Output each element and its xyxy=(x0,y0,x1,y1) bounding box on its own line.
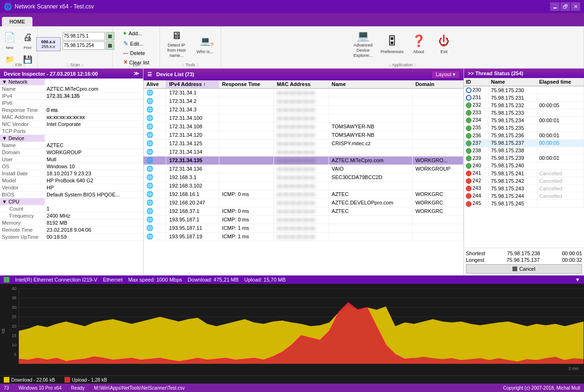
thread-table-row[interactable]: 23475.98.175.23400:00:01 xyxy=(464,117,584,124)
device-table[interactable]: Alive IPv4 Address ↑ Response Time MAC A… xyxy=(144,80,464,275)
col-mac[interactable]: MAC Address xyxy=(274,80,329,88)
thread-table-row[interactable]: 23275.98.175.23200:00:05 xyxy=(464,102,584,109)
col-ipv4[interactable]: IPv4 Address ↑ xyxy=(166,80,219,88)
ip-end-input[interactable] xyxy=(63,41,105,50)
device-table-row[interactable]: 🌐172.31.34.100xx:xx:xx:xx:xx:xx xyxy=(144,114,464,122)
thread-table-row[interactable]: 23375.98.175.233 xyxy=(464,109,584,117)
longest-label: Longest xyxy=(466,257,484,263)
device-table-row[interactable]: 🌐172.31.34.3xx:xx:xx:xx:xx:xx xyxy=(144,105,464,114)
device-table-row[interactable]: 🌐192.168.20.247xx:xx:xx:xx:xx:xxAZTEC.DE… xyxy=(144,198,464,207)
device-table-row[interactable]: 🌐172.31.34.125xx:xx:xx:xx:xx:xxCRISPY.mi… xyxy=(144,139,464,148)
add-button[interactable]: + Add... xyxy=(120,28,153,38)
restore-button[interactable]: 🗗 xyxy=(560,2,570,11)
device-table-row[interactable]: 🌐193.95.187.19ICMP: 1 msxx:xx:xx:xx:xx:x… xyxy=(144,232,464,241)
inspector-row-remote-time: Remote Time23.02.2018 9:04:06 xyxy=(0,227,143,234)
status-ready: Ready xyxy=(71,385,85,391)
thread-table-row[interactable]: 24575.98.175.245 xyxy=(464,200,584,207)
download-legend-label: Download - 22,06 kB xyxy=(11,377,55,383)
device-table-row[interactable]: 🌐172.31.34.136xx:xx:xx:xx:xx:xxVAIOWORKG… xyxy=(144,165,464,173)
bottom-area: Intel(R) Ethernet Connection I219-V Ethe… xyxy=(0,275,584,384)
ribbon-section-application: 💻 Advanced Device Explorer... 🎛 Preferen… xyxy=(221,26,584,68)
thread-table-row[interactable]: 24175.98.175.241Cancelled xyxy=(464,170,584,177)
col-response[interactable]: Response Time xyxy=(219,80,273,88)
preferences-button[interactable]: 🎛 Preferences xyxy=(379,29,405,59)
longest-name: 75.98.175.137 xyxy=(506,257,539,263)
device-table-row[interactable]: 🌐172.31.34.134xx:xx:xx:xx:xx:xx xyxy=(144,148,464,156)
ip-start-input[interactable] xyxy=(63,32,105,40)
inspector-section-network[interactable]: ▼ Network xyxy=(0,78,143,86)
device-table-row[interactable]: 🌐172.31.34.120xx:xx:xx:xx:xx:xxTOMSAWYER… xyxy=(144,131,464,139)
app-title: Network Scanner x64 - Test.csv xyxy=(15,3,94,10)
inspector-section-cpu[interactable]: ▼ CPU xyxy=(0,198,143,206)
thread-table-header: ID Name Elapsed time xyxy=(464,78,584,86)
print-button[interactable]: 🖨 Print xyxy=(20,28,36,52)
ribbon-section-tools: 🖥 Detect IP from Host name... 💻? Who Is.… xyxy=(160,26,221,68)
inspector-row-response-time: Response Time0 ms xyxy=(0,107,143,114)
upload-legend-label: Upload - 1,28 kB xyxy=(72,377,107,383)
advanced-device-explorer-button[interactable]: 💻 Advanced Device Explorer... xyxy=(349,29,377,59)
thread-table[interactable]: ID Name Elapsed time 23075.98.175.230231… xyxy=(464,78,584,248)
application-section-label: :: Application :: xyxy=(221,63,584,67)
network-header-left: Intel(R) Ethernet Connection I219-V Ethe… xyxy=(4,277,286,282)
col-thread-id[interactable]: ID xyxy=(464,78,489,86)
inspector-row-tcp-ports: TCP Ports xyxy=(0,128,143,135)
svg-text:2 min: 2 min xyxy=(568,366,579,371)
shortest-time: 00:00:01 xyxy=(562,251,582,256)
device-table-row[interactable]: 🌐192.168.3.1xx:xx:xx:xx:xx:xxSEC30CDA79B… xyxy=(144,173,464,181)
edit-button[interactable]: ✎ Edit... xyxy=(120,39,153,48)
longest-row: Longest 75.98.175.137 00:00:32 xyxy=(466,257,582,263)
close-button[interactable]: ✕ xyxy=(571,2,580,11)
device-table-header: Alive IPv4 Address ↑ Response Time MAC A… xyxy=(144,80,464,88)
thread-table-row[interactable]: 23075.98.175.230 xyxy=(464,86,584,94)
inspector-row-os: OSWindows 10 xyxy=(0,163,143,170)
device-table-row[interactable]: 🌐172.31.34.135xx:xx:xx:xx:xx:xxAZTEC.MiT… xyxy=(144,156,464,165)
thread-table-row[interactable]: 23575.98.175.235 xyxy=(464,124,584,132)
device-table-row[interactable]: 🌐193.95.187.1ICMP: 0 msxx:xx:xx:xx:xx:xx xyxy=(144,215,464,224)
layout-button[interactable]: Layout ▾ xyxy=(432,71,460,78)
who-is-button[interactable]: 💻? Who Is... xyxy=(192,29,218,59)
delete-button[interactable]: — Delete xyxy=(120,49,153,57)
inspector-row-install-date: Install Date18.10.2017 9:23:23 xyxy=(0,170,143,177)
status-copyright: Copyright (c) 2007-2018, Michal Mutl xyxy=(503,385,580,391)
svg-text:20: 20 xyxy=(12,324,16,329)
thread-table-row[interactable]: 24275.98.175.242Cancelled xyxy=(464,177,584,185)
svg-text:40: 40 xyxy=(12,286,16,291)
cancel-button[interactable]: Cancel xyxy=(466,264,582,274)
col-elapsed[interactable]: Elapsed time xyxy=(537,78,584,86)
thread-table-row[interactable]: 23775.98.175.23700:00:05 xyxy=(464,139,584,147)
device-table-row[interactable]: 🌐192.168.3.102xx:xx:xx:xx:xx:xx xyxy=(144,181,464,190)
col-alive[interactable]: Alive xyxy=(144,80,166,88)
device-table-row[interactable]: 🌐192.168.37.1ICMP: 0 msxx:xx:xx:xx:xx:xx… xyxy=(144,207,464,215)
thread-table-row[interactable]: 23675.98.175.23600:00:01 xyxy=(464,132,584,139)
inspector-section-device[interactable]: ▼ Device xyxy=(0,135,143,142)
col-name[interactable]: Name xyxy=(328,80,412,88)
col-domain[interactable]: Domain xyxy=(412,80,463,88)
inspector-row-bios: BIOSDefault System BIOS HPQOE... xyxy=(0,191,143,198)
thread-table-row[interactable]: 23975.98.175.23900:00:01 xyxy=(464,154,584,162)
col-thread-name[interactable]: Name xyxy=(489,78,537,86)
scan-section-label: :: Scan :: xyxy=(38,63,112,67)
thread-status-header: >> Thread Status (254) xyxy=(464,69,584,78)
tab-home[interactable]: HOME xyxy=(2,17,32,26)
collapse-network-button[interactable]: ▼ xyxy=(575,277,580,282)
device-table-row[interactable]: 🌐172.31.34.2xx:xx:xx:xx:xx:xx xyxy=(144,97,464,105)
thread-table-row[interactable]: 24075.98.175.240 xyxy=(464,162,584,169)
upload-legend: Upload - 1,28 kB xyxy=(64,377,107,383)
exit-button[interactable]: ⏻ Exit xyxy=(432,29,456,59)
shortest-row: Shortest 75.98.175.238 00:00:01 xyxy=(466,250,582,257)
tools-section-label: :: Tools :: xyxy=(160,63,221,67)
device-table-row[interactable]: 🌐192.168.16.1ICMP: 0 msxx:xx:xx:xx:xx:xx… xyxy=(144,190,464,198)
thread-table-row[interactable]: 24375.98.175.243Cancelled xyxy=(464,185,584,192)
device-table-row[interactable]: 🌐172.31.34.108xx:xx:xx:xx:xx:xxTOMSAWYER… xyxy=(144,122,464,131)
device-table-row[interactable]: 🌐172.31.34.1xx:xx:xx:xx:xx:xx xyxy=(144,88,464,97)
about-button[interactable]: ❓ About xyxy=(407,29,431,59)
detect-ip-button[interactable]: 🖥 Detect IP from Host name... xyxy=(163,29,190,59)
thread-table-row[interactable]: 23875.98.175.238 xyxy=(464,147,584,154)
shortest-name: 75.98.175.238 xyxy=(507,251,540,256)
device-table-row[interactable]: 🌐193.95.187.11ICMP: 1 msxx:xx:xx:xx:xx:x… xyxy=(144,224,464,232)
new-file-button[interactable]: 📄 New xyxy=(2,28,18,52)
thread-table-row[interactable]: 24475.98.175.244Cancelled xyxy=(464,192,584,200)
thread-table-row[interactable]: 23175.98.175.231 xyxy=(464,94,584,102)
network-upload-stat: Upload: 15,70 MB xyxy=(244,277,286,282)
minimize-button[interactable]: 🗕 xyxy=(550,2,560,11)
